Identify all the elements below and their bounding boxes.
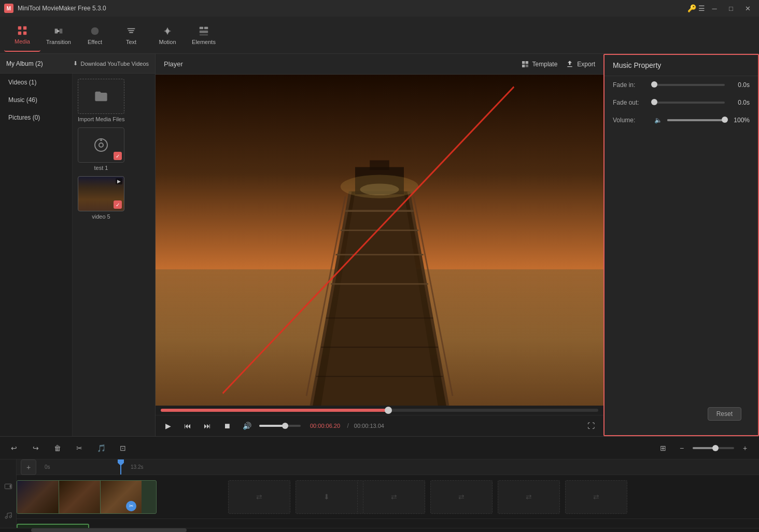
- sidebar-item-music[interactable]: Music (46): [0, 91, 72, 109]
- toolbar-item-transition[interactable]: Transition: [40, 19, 77, 52]
- template-button[interactable]: Template: [521, 60, 558, 68]
- svg-rect-8: [200, 34, 208, 35]
- fade-out-slider[interactable]: [654, 102, 725, 104]
- toolbar-item-media[interactable]: Media: [4, 19, 40, 52]
- fade-in-handle[interactable]: [651, 81, 657, 88]
- volume-handle[interactable]: [282, 423, 288, 429]
- close-button[interactable]: ✕: [740, 3, 755, 14]
- app-icon: M: [4, 4, 13, 13]
- ruler-spacer: [0, 459, 16, 470]
- zoom-in-button[interactable]: +: [737, 440, 753, 456]
- fade-out-handle[interactable]: [651, 99, 657, 105]
- toolbar-item-motion[interactable]: Motion: [149, 19, 186, 52]
- volume-row: Volume: 🔈 100%: [605, 111, 758, 129]
- empty-slot-4[interactable]: ⇄: [363, 480, 425, 514]
- toolbar-item-elements[interactable]: Elements: [186, 19, 222, 52]
- volume-button[interactable]: 🔊: [240, 419, 254, 433]
- arrow-icon-5: ⇄: [458, 493, 465, 501]
- fade-in-slider[interactable]: [654, 84, 725, 86]
- import-label: Import Media Files: [78, 116, 124, 122]
- timeline-scrollbar[interactable]: [0, 528, 759, 532]
- maximize-button[interactable]: □: [724, 3, 738, 14]
- undo-button[interactable]: ↩: [6, 440, 22, 456]
- zoom-handle[interactable]: [712, 445, 719, 451]
- audio-detach-button[interactable]: 🎵: [93, 440, 109, 456]
- timeline: ↩ ↪ 🗑 ✂ 🎵 ⊡ ⊞ − +: [0, 436, 759, 532]
- progress-fill: [161, 409, 388, 412]
- tracks-area: ✂ ⇄ ⇄ ⬇ ⇄ ⇄: [17, 475, 759, 528]
- title-bar-left: M MiniTool MovieMaker Free 5.3.0: [4, 4, 106, 13]
- sidebar-item-videos[interactable]: Videos (1): [0, 74, 72, 91]
- toolbar-item-text[interactable]: Text: [113, 19, 149, 52]
- download-youtube-button[interactable]: ⬇ Download YouTube Videos: [73, 60, 149, 67]
- audio-track: ♪ test 1 5.2s: [17, 519, 759, 528]
- volume-property-fill: [667, 119, 725, 121]
- media-icon: [17, 25, 28, 36]
- elements-label: Elements: [192, 39, 216, 45]
- video-clip[interactable]: ✂: [17, 480, 157, 514]
- volume-fill: [259, 425, 285, 427]
- next-button[interactable]: ⏭: [200, 419, 215, 433]
- video-frame-1: [17, 481, 59, 513]
- track-labels: [0, 459, 17, 528]
- arrow-icon-3: ⬇: [324, 493, 330, 501]
- left-panel: My Album (2) ⬇ Download YouTube Videos V…: [0, 54, 156, 436]
- volume-property-handle[interactable]: [722, 117, 728, 123]
- scrollbar-thumb[interactable]: [31, 528, 187, 532]
- video-item-5[interactable]: ▶ ✓ video 5: [78, 176, 124, 220]
- empty-slot-6[interactable]: ⇄: [498, 480, 560, 514]
- toolbar-item-effect[interactable]: Effect: [77, 19, 113, 52]
- empty-slot-2[interactable]: ⇄: [228, 480, 290, 514]
- empty-slot-5[interactable]: ⇄: [430, 480, 493, 514]
- svg-point-10: [99, 143, 103, 147]
- player-header: Player Template Export: [156, 54, 603, 75]
- cut-button[interactable]: ✂: [72, 440, 87, 456]
- crop-button[interactable]: ⊡: [115, 440, 131, 456]
- import-media-item[interactable]: Import Media Files: [78, 79, 124, 122]
- prev-button[interactable]: ⏮: [180, 419, 195, 433]
- svg-rect-3: [23, 31, 26, 34]
- empty-slot-3[interactable]: ⬇: [296, 480, 358, 514]
- svg-point-4: [91, 27, 99, 35]
- timeline-content: + 0s 13.2s ✂: [0, 459, 759, 528]
- split-view-button[interactable]: ⊞: [655, 440, 671, 456]
- progress-area[interactable]: [156, 406, 603, 415]
- fade-out-label: Fade out:: [613, 99, 649, 106]
- video-badge: ▶: [116, 178, 122, 184]
- add-track-button[interactable]: +: [21, 459, 36, 475]
- fade-out-value: 0.0s: [730, 99, 750, 106]
- sidebar-item-pictures[interactable]: Pictures (0): [0, 109, 72, 126]
- video-frame: [156, 75, 603, 406]
- progress-bar[interactable]: [161, 409, 598, 412]
- fullscreen-button[interactable]: ⛶: [584, 419, 598, 433]
- fade-in-label: Fade in:: [613, 81, 649, 89]
- stop-button[interactable]: ⏹: [220, 419, 234, 433]
- volume-value: 100%: [730, 117, 750, 124]
- export-button[interactable]: Export: [566, 60, 595, 68]
- play-button[interactable]: ▶: [161, 419, 175, 433]
- reset-button[interactable]: Reset: [708, 407, 741, 421]
- svg-point-33: [9, 516, 11, 518]
- media-label: Media: [15, 38, 30, 45]
- svg-point-32: [5, 516, 7, 519]
- music-disc-icon: [93, 137, 109, 153]
- delete-button[interactable]: 🗑: [50, 440, 65, 456]
- zoom-out-button[interactable]: −: [674, 440, 690, 456]
- zoom-slider[interactable]: [693, 447, 734, 449]
- effect-label: Effect: [88, 39, 102, 45]
- music-item-test1[interactable]: ✓ test 1: [78, 127, 124, 171]
- music-property-header: Music Property: [605, 55, 758, 76]
- volume-property-slider[interactable]: [667, 119, 725, 121]
- volume-slider[interactable]: [259, 425, 301, 427]
- empty-slot-7[interactable]: ⇄: [565, 480, 627, 514]
- playhead[interactable]: [120, 459, 121, 475]
- import-thumb: [78, 79, 124, 114]
- progress-handle[interactable]: [385, 407, 392, 414]
- audio-clip[interactable]: ♪ test 1 5.2s: [17, 524, 89, 528]
- current-time: 00:00:06.20: [310, 423, 340, 429]
- hamburger-icon[interactable]: ☰: [698, 4, 705, 12]
- sidebar-content: Videos (1) Music (46) Pictures (0) Impor…: [0, 74, 155, 436]
- redo-button[interactable]: ↪: [28, 440, 44, 456]
- minimize-button[interactable]: ─: [707, 3, 722, 14]
- svg-point-29: [360, 183, 399, 195]
